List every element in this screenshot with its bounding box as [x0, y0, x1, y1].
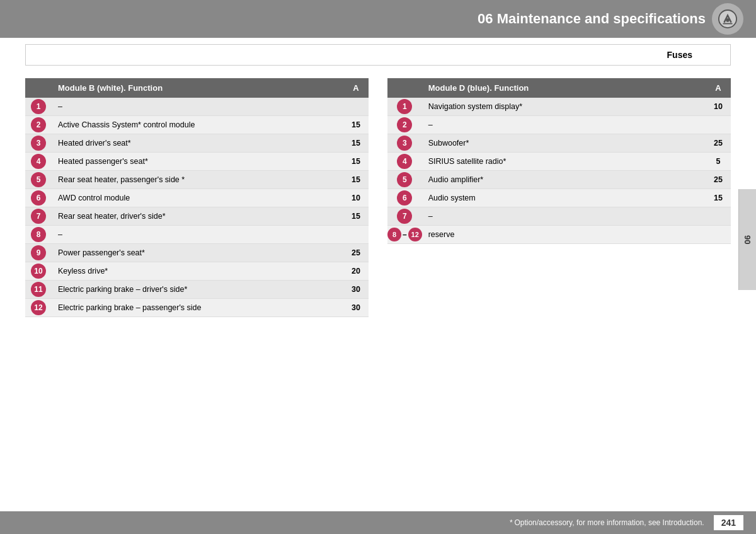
- fuse-amperage: 30: [343, 299, 369, 317]
- table-row: 12Electric parking brake – passenger's s…: [25, 299, 369, 317]
- fuse-amperage: 10: [343, 189, 369, 207]
- table-d: Module D (blue). Function A 1Navigation …: [387, 78, 731, 244]
- fuse-function: Audio system: [422, 189, 706, 207]
- table-row: 8 – 12reserve: [387, 226, 731, 244]
- table-b-num-header: [25, 78, 52, 98]
- fuse-function: Navigation system display*: [422, 98, 706, 116]
- fuse-amperage: 15: [706, 189, 731, 207]
- fuse-number-badge: 4: [31, 154, 46, 169]
- table-row: 1Navigation system display*10: [387, 98, 731, 116]
- table-b-container: Module B (white). Function A 1–2Active C…: [25, 78, 369, 317]
- section-bar: Fuses: [25, 44, 731, 66]
- row-number: 7: [387, 207, 422, 226]
- fuse-function: –: [52, 98, 343, 116]
- table-row: 4SIRIUS satellite radio*5: [387, 153, 731, 171]
- fuse-number-badge: 12: [31, 300, 46, 315]
- table-row: 7Rear seat heater, driver's side*15: [25, 207, 369, 226]
- table-row: 9Power passenger's seat*25: [25, 244, 369, 262]
- fuse-amperage: 25: [343, 244, 369, 262]
- fuse-number-badge: 9: [31, 245, 46, 260]
- fuse-number-badge: 1: [397, 99, 412, 114]
- table-row: 10Keyless drive*20: [25, 262, 369, 281]
- tools-icon: [712, 3, 743, 35]
- fuse-function: Electric parking brake – passenger's sid…: [52, 299, 343, 317]
- table-row: 3Subwoofer*25: [387, 134, 731, 153]
- fuse-number-badge: 1: [31, 99, 46, 114]
- fuse-amperage: 25: [706, 134, 731, 153]
- row-number: 5: [387, 171, 422, 189]
- fuse-function: –: [52, 226, 343, 244]
- table-row: 8–: [25, 226, 369, 244]
- fuse-number-badge: 6: [397, 190, 412, 206]
- fuse-amperage: 20: [343, 262, 369, 281]
- table-row: 7–: [387, 207, 731, 226]
- row-number: 12: [25, 299, 52, 317]
- table-row: 11Electric parking brake – driver's side…: [25, 281, 369, 299]
- footer-note: * Option/accessory, for more information…: [509, 518, 704, 527]
- chapter-side-tab: 06: [738, 189, 756, 290]
- fuse-number-badge: 8: [31, 227, 46, 242]
- fuse-function: SIRIUS satellite radio*: [422, 153, 706, 171]
- fuse-function: Keyless drive*: [52, 262, 343, 281]
- fuse-function: –: [422, 207, 706, 226]
- page-title: 06 Maintenance and specifications: [478, 11, 706, 27]
- fuse-amperage: [706, 207, 731, 226]
- row-number: 9: [25, 244, 52, 262]
- fuse-amperage: 15: [343, 153, 369, 171]
- row-number: 6: [387, 189, 422, 207]
- fuse-amperage: 25: [706, 171, 731, 189]
- table-row: 5Audio amplifier*25: [387, 171, 731, 189]
- fuse-amperage: [706, 226, 731, 244]
- fuse-number-badge: 4: [397, 154, 412, 169]
- fuse-amperage: 5: [706, 153, 731, 171]
- fuse-number-badge: 2: [31, 117, 46, 132]
- table-row: 1–: [25, 98, 369, 116]
- fuse-number-badge: 6: [31, 190, 46, 206]
- row-number: 8: [25, 226, 52, 244]
- section-label: Fuses: [667, 50, 692, 60]
- table-row: 6Audio system15: [387, 189, 731, 207]
- page-footer: * Option/accessory, for more information…: [0, 511, 756, 534]
- fuse-amperage: 15: [343, 171, 369, 189]
- fuse-amperage: 15: [343, 116, 369, 134]
- table-d-container: Module D (blue). Function A 1Navigation …: [387, 78, 731, 317]
- fuse-number-badge: 10: [31, 264, 46, 279]
- fuse-number-badge: 2: [397, 117, 412, 132]
- row-number: 5: [25, 171, 52, 189]
- fuse-amperage: [343, 226, 369, 244]
- row-number: 2: [25, 116, 52, 134]
- table-row: 2Active Chassis System* control module15: [25, 116, 369, 134]
- row-number: 4: [25, 153, 52, 171]
- fuse-number-badge: 5: [31, 172, 46, 187]
- fuse-function: Active Chassis System* control module: [52, 116, 343, 134]
- page-number: 241: [714, 515, 743, 530]
- row-number: 4: [387, 153, 422, 171]
- table-b-function-header: Module B (white). Function: [52, 78, 343, 98]
- fuse-amperage: [706, 116, 731, 134]
- fuse-range-badge: 8 – 12: [387, 228, 422, 241]
- row-number: 10: [25, 262, 52, 281]
- fuse-number-badge: 7: [397, 209, 412, 224]
- row-number: 8 – 12: [387, 226, 422, 244]
- fuse-function: Heated passenger's seat*: [52, 153, 343, 171]
- fuse-function: Rear seat heater, driver's side*: [52, 207, 343, 226]
- row-number: 2: [387, 116, 422, 134]
- fuse-function: Heated driver's seat*: [52, 134, 343, 153]
- fuse-amperage: 15: [343, 207, 369, 226]
- row-number: 3: [387, 134, 422, 153]
- row-number: 1: [25, 98, 52, 116]
- table-d-num-header: [387, 78, 422, 98]
- row-number: 1: [387, 98, 422, 116]
- table-row: 4Heated passenger's seat*15: [25, 153, 369, 171]
- svg-point-1: [726, 18, 730, 22]
- fuse-amperage: [343, 98, 369, 116]
- fuse-number-badge: 3: [31, 136, 46, 151]
- chapter-number: 06: [743, 235, 752, 244]
- fuse-function: Power passenger's seat*: [52, 244, 343, 262]
- row-number: 3: [25, 134, 52, 153]
- table-row: 3Heated driver's seat*15: [25, 134, 369, 153]
- row-number: 11: [25, 281, 52, 299]
- fuse-function: Electric parking brake – driver's side*: [52, 281, 343, 299]
- page-header: 06 Maintenance and specifications: [0, 0, 756, 38]
- fuse-number-badge: 7: [31, 209, 46, 224]
